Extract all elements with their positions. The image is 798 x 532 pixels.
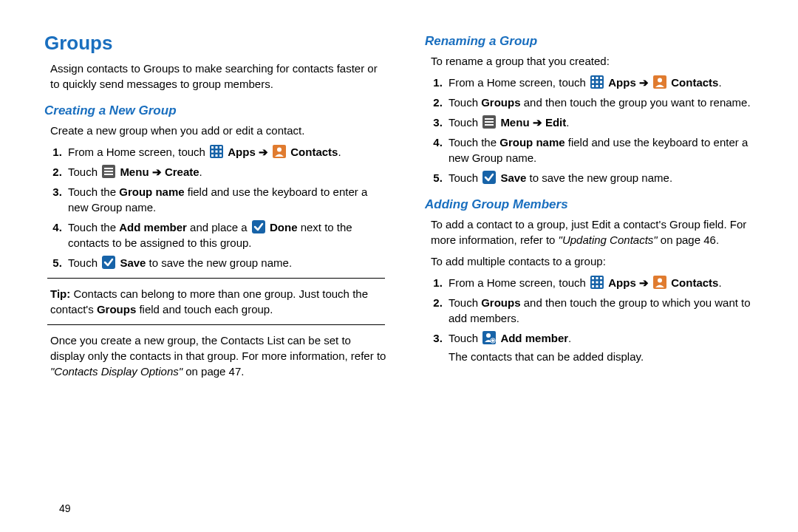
menu-icon xyxy=(482,115,496,129)
divider xyxy=(47,278,385,279)
list-item: From a Home screen, touch Apps Contacts. xyxy=(446,75,768,90)
list-item: Touch the Group name field and use the k… xyxy=(65,184,388,215)
body-text: on page 46. xyxy=(658,233,719,246)
step-text: Touch the xyxy=(68,185,119,198)
edit-label: Edit xyxy=(545,116,566,129)
apps-icon xyxy=(210,145,223,158)
step-note: The contacts that can be added display. xyxy=(449,349,768,364)
step-text: From a Home screen, touch xyxy=(68,146,208,158)
apps-label: Apps xyxy=(228,146,256,158)
apps-icon xyxy=(590,276,604,289)
list-item: Touch Groups and then touch the group yo… xyxy=(446,95,768,110)
heading-renaming-group: Renaming a Group xyxy=(425,33,768,50)
cross-reference: "Contacts Display Options" xyxy=(50,365,183,378)
menu-label: Menu xyxy=(120,166,149,178)
list-item: Touch Menu Create. xyxy=(65,164,388,180)
groups-field-label: Groups xyxy=(97,303,136,316)
group-name-label: Group name xyxy=(119,185,184,198)
menu-label: Menu xyxy=(500,116,529,129)
add-member-icon xyxy=(482,331,496,344)
step-text: Touch xyxy=(449,332,481,344)
add-member-label: Add member xyxy=(119,221,187,233)
body-text: on page 47. xyxy=(183,365,244,378)
step-text: Touch xyxy=(449,96,481,109)
group-name-label: Group name xyxy=(499,136,565,149)
heading-creating-group: Creating a New Group xyxy=(44,102,388,120)
step-text: to save the new group name. xyxy=(146,256,292,269)
list-item: Touch Add member. The contacts that can … xyxy=(446,330,768,364)
right-column: Renaming a Group To rename a group that … xyxy=(425,30,768,385)
step-text: . xyxy=(718,76,721,89)
step-text: Touch the xyxy=(68,221,119,233)
step-text: to save the new group name. xyxy=(526,171,672,184)
arrow-icon xyxy=(259,146,268,158)
step-text: Touch xyxy=(449,171,481,184)
arrow-icon xyxy=(639,276,649,289)
step-text: Touch xyxy=(449,296,481,309)
adding-steps: From a Home screen, touch Apps Contacts.… xyxy=(446,275,768,364)
arrow-icon xyxy=(533,116,542,129)
menu-icon xyxy=(102,165,115,178)
list-item: Touch Groups and then touch the group to… xyxy=(446,295,768,326)
after-tip-paragraph: Once you create a new group, the Contact… xyxy=(50,332,388,379)
step-text: From a Home screen, touch xyxy=(449,276,589,289)
contacts-label: Contacts xyxy=(671,276,718,289)
create-label: Create xyxy=(165,166,200,178)
creating-steps: From a Home screen, touch Apps Contacts.… xyxy=(65,144,388,270)
list-item: Touch Menu Edit. xyxy=(446,115,768,130)
contacts-icon xyxy=(653,276,666,289)
contacts-icon xyxy=(653,75,666,89)
save-label: Save xyxy=(120,256,146,269)
tip-label: Tip: xyxy=(50,287,70,300)
groups-label: Groups xyxy=(481,296,520,309)
renaming-intro: To rename a group that you created: xyxy=(431,53,768,69)
step-text: Touch xyxy=(68,256,100,269)
divider xyxy=(47,324,385,325)
apps-label: Apps xyxy=(608,76,636,89)
tip-text: field and touch each group. xyxy=(136,303,273,316)
step-text: Touch xyxy=(449,116,481,129)
contacts-icon xyxy=(273,145,286,158)
list-item: From a Home screen, touch Apps Contacts. xyxy=(65,144,388,160)
step-text: . xyxy=(568,332,571,344)
save-check-icon xyxy=(102,256,115,269)
done-check-icon xyxy=(252,220,265,233)
body-text: Once you create a new group, the Contact… xyxy=(50,334,386,362)
manual-page: Groups Assign contacts to Groups to make… xyxy=(0,0,798,400)
groups-label: Groups xyxy=(481,96,520,109)
step-text: Touch xyxy=(68,166,100,178)
left-column: Groups Assign contacts to Groups to make… xyxy=(44,30,388,385)
creating-intro: Create a new group when you add or edit … xyxy=(50,123,388,138)
step-text: . xyxy=(718,276,721,289)
renaming-steps: From a Home screen, touch Apps Contacts.… xyxy=(446,75,768,185)
step-text: From a Home screen, touch xyxy=(449,76,589,89)
list-item: From a Home screen, touch Apps Contacts. xyxy=(446,275,768,290)
page-number: 49 xyxy=(59,502,71,514)
list-item: Touch Save to save the new group name. xyxy=(65,255,388,270)
step-text: and then touch the group you want to ren… xyxy=(521,96,751,109)
heading-groups: Groups xyxy=(44,30,388,56)
cross-reference: "Updating Contacts" xyxy=(559,233,658,246)
done-label: Done xyxy=(270,221,298,233)
apps-label: Apps xyxy=(608,276,636,289)
step-text: . xyxy=(566,116,569,129)
adding-intro-1: To add a contact to a group, just Edit a… xyxy=(431,216,768,248)
step-text: . xyxy=(200,166,202,178)
apps-icon xyxy=(590,75,604,89)
list-item: Touch Save to save the new group name. xyxy=(446,170,768,185)
save-check-icon xyxy=(482,171,496,184)
save-label: Save xyxy=(500,171,526,184)
list-item: Touch the Group name field and use the k… xyxy=(446,134,768,166)
groups-intro: Assign contacts to Groups to make search… xyxy=(50,61,388,92)
adding-intro-2: To add multiple contacts to a group: xyxy=(431,253,768,269)
list-item: Touch the Add member and place a Done ne… xyxy=(65,219,388,250)
add-member-label: Add member xyxy=(500,332,568,344)
arrow-icon xyxy=(639,76,649,89)
step-text: . xyxy=(338,146,341,158)
tip-block: Tip: Contacts can belong to more than on… xyxy=(50,286,382,317)
heading-adding-members: Adding Group Members xyxy=(425,196,768,214)
step-text: and place a xyxy=(187,221,250,233)
contacts-label: Contacts xyxy=(671,76,718,89)
step-text: Touch the xyxy=(449,136,499,149)
arrow-icon xyxy=(152,166,162,178)
